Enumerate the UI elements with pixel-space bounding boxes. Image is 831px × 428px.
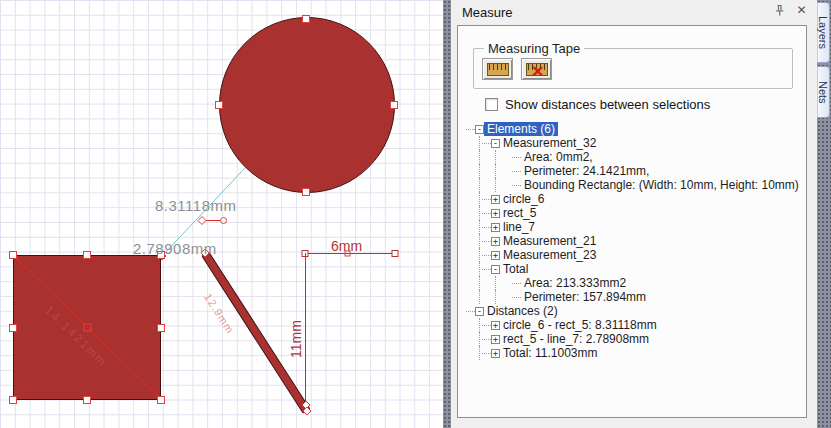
measure-panel: Measure ✕ Measuring Tape ✕	[451, 0, 817, 428]
tree-row: +Measurement_21	[459, 234, 805, 248]
tree-connector	[482, 269, 491, 270]
dimension-handle[interactable]	[392, 251, 398, 257]
tree-guide-line	[479, 220, 480, 234]
tree-row: +rect_5 - line_7: 2.78908mm	[459, 332, 805, 346]
tree-guide-line	[479, 332, 480, 346]
tree-item-label[interactable]: Measurement_23	[500, 248, 599, 262]
tree-guide-line	[479, 346, 480, 360]
tree-item-label[interactable]: rect_5	[500, 206, 539, 220]
tree-item-label[interactable]: circle_6 - rect_5: 8.31118mm	[500, 318, 660, 332]
tree-item-label[interactable]: Bounding Rectangle: (Width: 10mm, Height…	[521, 178, 802, 192]
dimension-label-height: 11mm	[288, 320, 304, 358]
tree-item-label[interactable]: Area: 0mm2,	[521, 150, 596, 164]
measuring-tape-group: Measuring Tape ✕	[473, 48, 793, 89]
tree-guide-line	[479, 150, 480, 164]
tree-connector	[482, 353, 491, 354]
expand-icon[interactable]: +	[491, 195, 500, 204]
application-window: 8.31118mm 2.78908mm 6mm 11mm 14.1421mm 1…	[0, 0, 831, 428]
expand-icon[interactable]: +	[491, 251, 500, 260]
tape-widget-diamond[interactable]	[198, 217, 206, 225]
expand-icon[interactable]: +	[491, 335, 500, 344]
tree-guide-line	[479, 276, 480, 290]
tree-row: +Total: 11.1003mm	[459, 346, 805, 360]
tree-item-label[interactable]: Elements (6)	[484, 122, 558, 136]
expand-icon[interactable]: +	[491, 223, 500, 232]
tree-item-label[interactable]: Total	[500, 262, 531, 276]
circle-shape[interactable]	[219, 17, 395, 193]
tree-row: Bounding Rectangle: (Width: 10mm, Height…	[459, 178, 805, 192]
panel-titlebar: Measure ✕	[451, 0, 817, 24]
tree-item-label[interactable]: Distances (2)	[484, 304, 561, 318]
tree-guide-line	[479, 318, 480, 332]
measure-tree: -Elements (6)-Measurement_32Area: 0mm2,P…	[459, 122, 805, 360]
tree-item-label[interactable]: Total: 11.1003mm	[500, 346, 601, 360]
tree-row: +circle_6	[459, 192, 805, 206]
panel-splitter[interactable]	[443, 0, 451, 428]
collapse-icon[interactable]: -	[475, 307, 484, 316]
tree-row: -Total	[459, 262, 805, 276]
distance-label-rect-line: 2.78908mm	[133, 240, 217, 257]
tree-guide-line	[495, 164, 496, 178]
tree-connector	[482, 213, 491, 214]
tree-guide-line	[495, 178, 496, 192]
measuring-tape-button[interactable]	[482, 58, 513, 80]
dimension-handle[interactable]	[302, 251, 308, 257]
panel-title: Measure	[462, 5, 513, 20]
tree-connector	[512, 283, 521, 284]
tree-guide-line	[479, 192, 480, 206]
tree-connector	[466, 311, 475, 312]
tree-guide-line	[479, 206, 480, 220]
tree-row: +line_7	[459, 220, 805, 234]
tree-item-label[interactable]: Perimeter: 157.894mm	[521, 290, 649, 304]
tree-item-label[interactable]: Perimeter: 24.1421mm,	[521, 164, 652, 178]
tree-guide-line	[479, 164, 480, 178]
expand-icon[interactable]: +	[491, 209, 500, 218]
pin-button[interactable]	[771, 3, 788, 20]
collapse-icon[interactable]: -	[491, 265, 500, 274]
tree-item-label[interactable]: Measurement_32	[500, 136, 599, 150]
tree-item-label[interactable]: line_7	[500, 220, 538, 234]
tree-row: -Distances (2)	[459, 304, 805, 318]
distance-label-circle-rect: 8.31118mm	[155, 197, 237, 214]
tree-connector	[512, 297, 521, 298]
tree-guide-line	[479, 178, 480, 192]
panel-content: Measuring Tape ✕ Show distances between …	[457, 25, 807, 418]
tree-item-label[interactable]: rect_5 - line_7: 2.78908mm	[500, 332, 652, 346]
ruler-icon	[487, 63, 509, 76]
rectangle-shape[interactable]	[13, 255, 161, 400]
tree-connector	[482, 143, 491, 144]
tree-row: +circle_6 - rect_5: 8.31118mm	[459, 318, 805, 332]
expand-icon[interactable]: +	[491, 349, 500, 358]
tab-layers[interactable]: Layers	[817, 2, 830, 63]
checkbox-label: Show distances between selections	[505, 97, 710, 112]
expand-icon[interactable]: +	[491, 321, 500, 330]
tree-guide-line	[495, 276, 496, 290]
tree-item-label[interactable]: Area: 213.333mm2	[521, 276, 629, 290]
group-title: Measuring Tape	[484, 41, 584, 56]
tree-item-label[interactable]: circle_6	[500, 192, 547, 206]
tree-row: +rect_5	[459, 206, 805, 220]
tree-row: +Measurement_23	[459, 248, 805, 262]
measuring-tape-off-button[interactable]: ✕	[521, 58, 552, 80]
expand-icon[interactable]: +	[491, 237, 500, 246]
tree-connector	[512, 171, 521, 172]
side-tab-strip	[817, 0, 831, 428]
tree-connector	[482, 325, 491, 326]
tree-connector	[482, 199, 491, 200]
show-distances-checkbox[interactable]	[485, 98, 498, 111]
tree-row: Perimeter: 24.1421mm,	[459, 164, 805, 178]
tree-connector	[482, 255, 491, 256]
tree-guide-line	[495, 150, 496, 164]
tree-row: -Elements (6)	[459, 122, 805, 136]
tree-guide-line	[479, 262, 480, 276]
tab-nets[interactable]: Nets	[817, 66, 830, 118]
drawing-canvas[interactable]: 8.31118mm 2.78908mm 6mm 11mm 14.1421mm 1…	[0, 0, 443, 428]
tape-widget-circle[interactable]	[221, 218, 227, 224]
tree-guide-line	[479, 136, 480, 150]
collapse-icon[interactable]: -	[475, 125, 484, 134]
collapse-icon[interactable]: -	[491, 139, 500, 148]
dimension-label-width: 6mm	[331, 238, 362, 254]
tree-item-label[interactable]: Measurement_21	[500, 234, 599, 248]
close-icon[interactable]: ✕	[793, 2, 810, 19]
pin-icon	[772, 3, 787, 18]
